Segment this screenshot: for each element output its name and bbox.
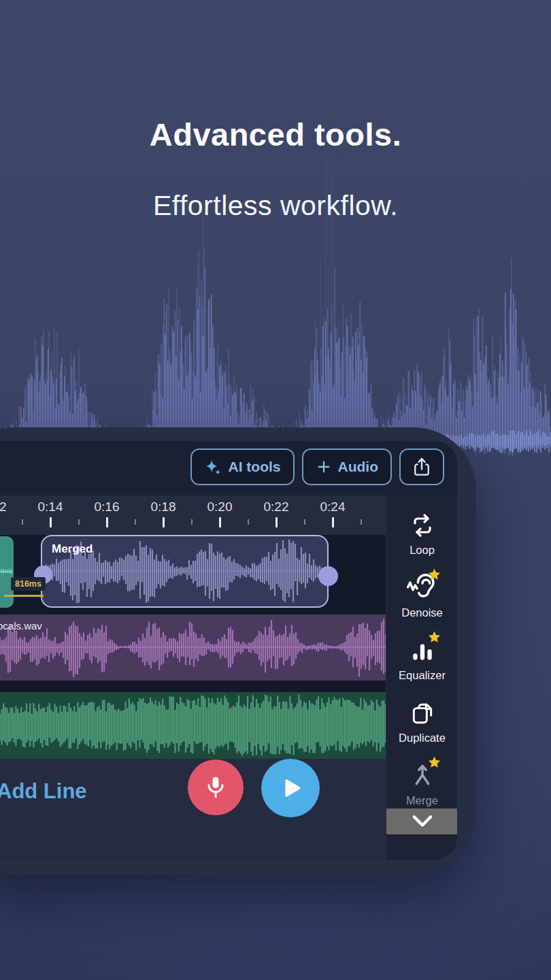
play-icon [276, 774, 305, 802]
tools-sidebar: Loop Denoise Equalizer Duplicate Merge [386, 495, 457, 860]
vocals-waveform [0, 615, 386, 681]
ruler-time-label: 0:22 [264, 500, 289, 514]
ruler-tick-major [219, 517, 221, 527]
record-button[interactable] [188, 760, 244, 815]
ruler-tick-major [50, 517, 52, 527]
ruler-tick-minor [78, 519, 80, 525]
ruler-tick-minor [304, 519, 305, 525]
clip-trim-handle-right[interactable] [318, 566, 338, 586]
star-icon [427, 568, 441, 582]
ruler-time-label: 0:20 [207, 500, 233, 514]
toolbar-button-row: AI tools Audio [190, 448, 444, 485]
app-screenshot-page: Advanced tools. Effortless workflow. AI … [0, 0, 551, 980]
ai-tools-button[interactable]: AI tools [190, 448, 295, 485]
sidebar-tool-label: Duplicate [399, 732, 446, 745]
green-track-clip[interactable] [0, 692, 386, 759]
vocals-track-clip[interactable]: ocals.wav [0, 615, 386, 681]
star-icon [427, 630, 441, 644]
ruler-time-label: 0:18 [151, 500, 176, 514]
headline: Advanced tools. Effortless workflow. [0, 116, 551, 222]
ruler-tick-major [106, 517, 108, 527]
editor-screen: AI tools Audio 0:120:140:160 [0, 441, 457, 860]
ruler-tick-major [332, 517, 334, 527]
ruler-time-label: 0:14 [38, 500, 63, 514]
sidebar-tool-label: Equalizer [399, 669, 446, 682]
clip-label: Merged [52, 542, 93, 556]
sidebar-tool-label: Denoise [401, 606, 443, 619]
sparkle-icon [204, 458, 222, 476]
sidebar-tool-denoise[interactable]: Denoise [386, 561, 457, 619]
sidebar-tool-loop[interactable]: Loop [386, 498, 457, 557]
device-mockup: AI tools Audio 0:120:140:160 [0, 427, 476, 875]
ruler-time-label: 0:24 [320, 500, 346, 514]
teal-audio-clip[interactable] [0, 536, 14, 608]
trim-underline [4, 595, 44, 597]
ruler-tick-minor [248, 519, 249, 525]
sidebar-tool-merge[interactable]: Merge [386, 749, 457, 807]
sidebar-tool-label: Loop [410, 544, 435, 557]
loop-icon [410, 513, 435, 538]
page-subtitle: Effortless workflow. [0, 190, 551, 222]
duplicate-icon [410, 700, 435, 726]
add-line-button[interactable]: Add Line [0, 779, 87, 804]
share-icon [411, 456, 433, 478]
ai-tools-label: AI tools [229, 459, 281, 475]
ruler-tick-major [276, 517, 278, 527]
timeline-ruler[interactable]: 0:120:140:160:180:200:220:24 [0, 495, 386, 535]
scroll-more-button[interactable] [386, 808, 457, 834]
export-button[interactable] [399, 448, 444, 485]
add-audio-button[interactable]: Audio [302, 448, 392, 485]
page-title: Advanced tools. [0, 116, 551, 153]
sidebar-tool-duplicate[interactable]: Duplicate [386, 686, 457, 745]
sidebar-tool-equalizer[interactable]: Equalizer [386, 623, 457, 682]
editor-toolbar: AI tools Audio [0, 441, 457, 495]
ruler-tick-major [163, 517, 165, 527]
ruler-time-label: 0:16 [95, 500, 120, 514]
mic-icon [202, 774, 229, 801]
add-audio-label: Audio [338, 459, 378, 475]
ruler-tick-minor [191, 519, 193, 525]
sidebar-tool-label: Merge [406, 794, 438, 807]
track-label: ocals.wav [0, 620, 42, 632]
chevron-down-icon [409, 814, 436, 829]
ruler-tick-minor [135, 519, 136, 525]
green-waveform [0, 692, 386, 759]
plus-icon [316, 459, 332, 475]
star-icon [427, 755, 441, 770]
play-button[interactable] [261, 759, 320, 817]
merged-audio-clip[interactable]: Merged [41, 535, 329, 608]
teal-clip-waveform [0, 536, 14, 608]
ruler-time-label: 0:12 [0, 500, 6, 514]
trim-duration-badge: 816ms [11, 577, 46, 591]
ruler-tick-minor [22, 519, 23, 525]
tracks-area: Merged 816ms ocals.wav [0, 535, 386, 759]
ruler-tick-minor [361, 519, 362, 525]
